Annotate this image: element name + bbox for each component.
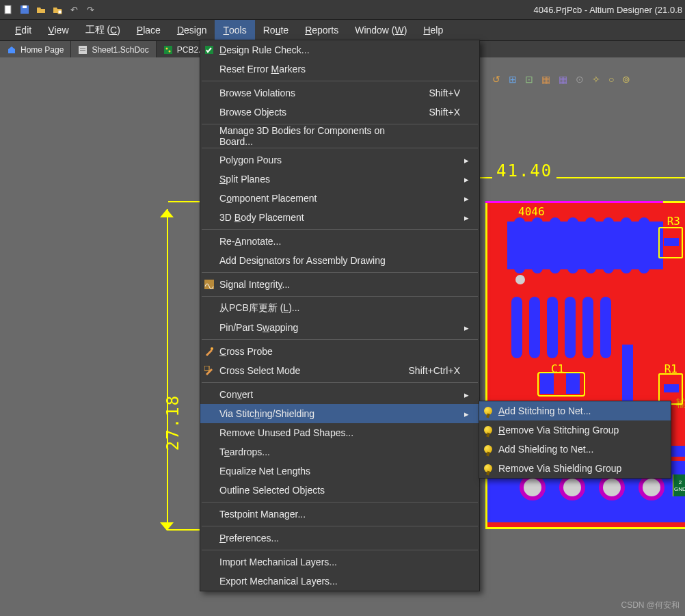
watermark: CSDN @何安和 xyxy=(621,600,680,611)
keepout-line xyxy=(485,201,663,203)
submenu-item-remove-via-shielding-group[interactable]: Remove Via Shielding Group xyxy=(479,459,671,478)
toolbar-icon[interactable]: ○ xyxy=(608,74,614,85)
submenu-label: Remove Via Shielding Group xyxy=(497,463,664,474)
menu-item-equalize-net-lengths[interactable]: Equalize Net Lengths xyxy=(200,461,479,481)
toolbar-icon[interactable]: ✧ xyxy=(592,74,600,85)
pin-icon xyxy=(479,407,497,415)
title-bar: ↶ ↷ 4046.PrjPcb - Altium Designer (21.0.… xyxy=(0,0,685,20)
svg-point-9 xyxy=(168,51,170,53)
menu-label: Testpoint Manager... xyxy=(218,509,394,520)
menu-item-manage-3d-bodies-for-components-on-board[interactable]: Manage 3D Bodies for Components on Board… xyxy=(200,126,479,146)
svg-rect-0 xyxy=(5,5,11,14)
separator xyxy=(202,502,478,503)
svg-rect-7 xyxy=(164,46,172,54)
menu-item-browse-objects[interactable]: Browse ObjectsShift+X xyxy=(200,103,479,122)
via-stitching-submenu[interactable]: Add Stitching to Net...Remove Via Stitch… xyxy=(479,401,671,479)
menu-item-pin-part-swapping[interactable]: Pin/Part Swapping▸ xyxy=(200,318,479,337)
menu-item-remove-unused-pad-shapes[interactable]: Remove Unused Pad Shapes... xyxy=(200,423,479,442)
dimension-cap xyxy=(168,201,201,202)
menu-item-pcb-l[interactable]: 从PCB库更新 (L)... xyxy=(200,299,479,318)
menu-item-3d-body-placement[interactable]: 3D Body Placement▸ xyxy=(200,208,479,227)
menu-bar: EditView工程 (C)PlaceDesignToolsRouteRepor… xyxy=(0,20,685,41)
save-icon[interactable] xyxy=(19,4,30,15)
menu-item-re-annotate[interactable]: Re-Annotate... xyxy=(200,232,479,251)
menu-item-testpoint-manager[interactable]: Testpoint Manager... xyxy=(200,505,479,524)
menu-label: Convert xyxy=(218,389,394,400)
svg-point-12 xyxy=(211,347,213,350)
menu-label: Cross Select Mode xyxy=(218,365,394,376)
menu-item-import-mechanical-layers[interactable]: Import Mechanical Layers... xyxy=(200,552,479,572)
toolbar-icon[interactable]: ⊞ xyxy=(509,74,517,85)
menu-label: Preferences... xyxy=(218,533,394,544)
toolbar-icon[interactable]: ▦ xyxy=(559,74,567,85)
svg-rect-6 xyxy=(80,50,85,51)
menu-item-preferences[interactable]: Preferences... xyxy=(200,528,479,548)
menu-reports[interactable]: Reports xyxy=(297,20,347,40)
menu-item-polygon-pours[interactable]: Polygon Pours▸ xyxy=(200,150,479,170)
menu-item-add-designators-for-assembly-drawing[interactable]: Add Designators for Assembly Drawing xyxy=(200,251,479,270)
menu-item-signal-integrity[interactable]: Signal Integrity... xyxy=(200,275,479,294)
menu-item-cross-select-mode[interactable]: Cross Select ModeShift+Ctrl+X xyxy=(200,361,479,380)
new-icon[interactable] xyxy=(3,4,14,15)
menu-item-browse-violations[interactable]: Browse ViolationsShift+V xyxy=(200,83,479,103)
open2-icon[interactable] xyxy=(52,4,63,15)
menu-item-via-stitching-shielding[interactable]: Via Stitching/Shielding▸ xyxy=(200,404,479,423)
svg-point-8 xyxy=(165,48,167,50)
submenu-item-add-shielding-to-net[interactable]: Add Shielding to Net... xyxy=(479,440,671,459)
tools-menu[interactable]: Design Rule Check...Reset Error MarkersB… xyxy=(200,40,480,591)
menu-item-reset-error-markers[interactable]: Reset Error Markers xyxy=(200,59,479,79)
menu-label: Reset Error Markers xyxy=(218,64,394,75)
menu-route[interactable]: Route xyxy=(255,20,297,40)
separator xyxy=(202,550,478,550)
menu--c-[interactable]: 工程 (C) xyxy=(77,20,129,40)
separator xyxy=(202,229,478,230)
toolbar-icon[interactable]: ↺ xyxy=(492,74,500,85)
menu-label: Manage 3D Bodies for Components on Board… xyxy=(218,125,394,147)
dimension-horizontal-value: 41.40 xyxy=(492,161,556,180)
toolbar-icon[interactable]: ⊙ xyxy=(576,74,584,85)
undo-icon[interactable]: ↶ xyxy=(68,4,79,15)
menu-design[interactable]: Design xyxy=(169,20,215,40)
menu-item-outline-selected-objects[interactable]: Outline Selected Objects xyxy=(200,481,479,500)
menu-help[interactable]: Help xyxy=(415,20,451,40)
menu-label: Pin/Part Swapping xyxy=(218,322,394,333)
pcb-canvas[interactable]: 4046 R3 C1 R1 EC1 输 xyxy=(485,201,685,529)
svg-rect-2 xyxy=(23,5,27,8)
open-icon[interactable] xyxy=(36,4,46,15)
menu-item-convert[interactable]: Convert▸ xyxy=(200,385,479,404)
menu-item-split-planes[interactable]: Split Planes▸ xyxy=(200,170,479,189)
menu-label: Browse Violations xyxy=(218,88,394,98)
toolbar-icon[interactable]: ⊚ xyxy=(622,74,630,85)
menu-item-teardrops[interactable]: Teardrops... xyxy=(200,442,479,461)
menu-item-design-rule-check[interactable]: Design Rule Check... xyxy=(200,40,479,59)
submenu-item-add-stitching-to-net[interactable]: Add Stitching to Net... xyxy=(479,401,671,420)
separator xyxy=(202,148,478,148)
tab-sheet1-schdoc[interactable]: Sheet1.SchDoc xyxy=(71,41,156,59)
sch-icon xyxy=(78,45,88,55)
toolbar-icon[interactable]: ⊡ xyxy=(525,74,533,85)
menu-label: Remove Unused Pad Shapes... xyxy=(218,427,394,438)
menu-tools[interactable]: Tools xyxy=(215,20,254,40)
separator xyxy=(202,296,478,297)
submenu-arrow-icon: ▸ xyxy=(460,213,472,223)
separator xyxy=(202,339,478,340)
tab-home-page[interactable]: Home Page xyxy=(0,41,71,59)
menu-view[interactable]: View xyxy=(40,20,77,40)
shortcut: Shift+V xyxy=(394,88,460,98)
separator xyxy=(202,382,478,383)
menu-item-component-placement[interactable]: Component Placement▸ xyxy=(200,189,479,208)
menu-label: Cross Probe xyxy=(218,346,394,357)
toolbar-icon[interactable]: ▦ xyxy=(541,74,550,85)
menu-item-cross-probe[interactable]: Cross Probe xyxy=(200,342,479,361)
menu-window-w-[interactable]: Window (W) xyxy=(347,20,415,40)
separator xyxy=(202,81,478,81)
redo-icon[interactable]: ↷ xyxy=(85,4,96,15)
menu-label: Import Mechanical Layers... xyxy=(218,557,394,567)
submenu-item-remove-via-stitching-group[interactable]: Remove Via Stitching Group xyxy=(479,420,671,440)
menu-item-export-mechanical-layers[interactable]: Export Mechanical Layers... xyxy=(200,572,479,591)
menu-edit[interactable]: Edit xyxy=(7,20,40,40)
pin-icon xyxy=(479,464,497,472)
window-title: 4046.PrjPcb - Altium Designer (21.0.8 xyxy=(534,5,683,15)
csel-icon xyxy=(200,366,218,375)
menu-place[interactable]: Place xyxy=(129,20,169,40)
